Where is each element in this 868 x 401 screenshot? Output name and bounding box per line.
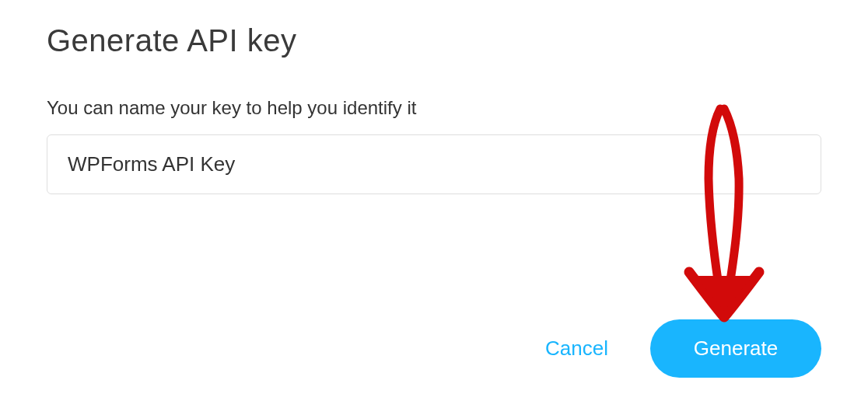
- dialog-actions: Cancel Generate: [545, 319, 821, 378]
- key-name-input[interactable]: [47, 134, 821, 194]
- generate-button[interactable]: Generate: [650, 319, 821, 378]
- cancel-button[interactable]: Cancel: [545, 336, 608, 361]
- dialog-title: Generate API key: [47, 23, 821, 58]
- key-name-label: You can name your key to help you identi…: [47, 97, 821, 119]
